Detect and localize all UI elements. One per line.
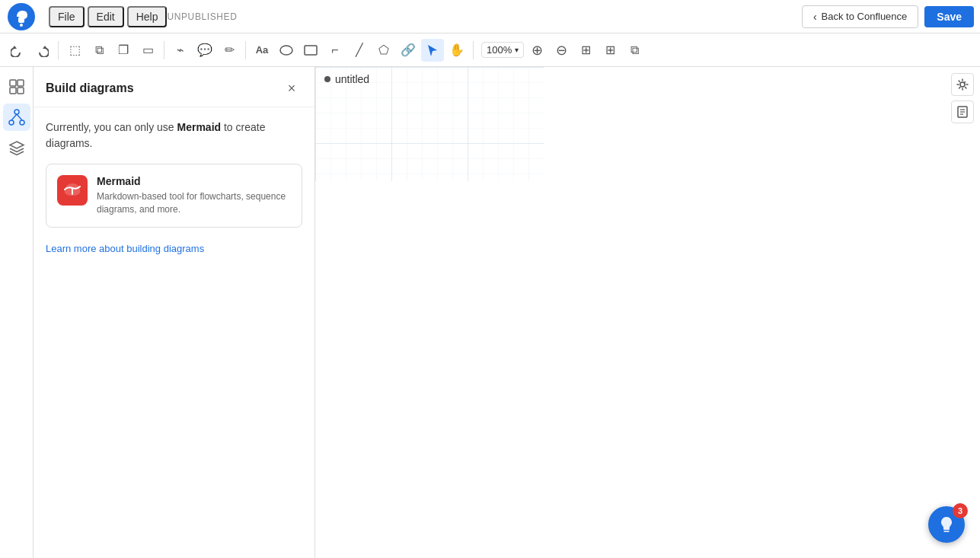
notification-count: 3 xyxy=(953,503,968,518)
chevron-left-icon: ‹ xyxy=(813,11,817,23)
panel-description: Currently, you can only use Mermaid to c… xyxy=(46,120,302,151)
svg-line-12 xyxy=(17,114,22,120)
connect-button[interactable]: ⌁ xyxy=(169,39,192,62)
diagrams-icon xyxy=(8,109,25,126)
sidebar-shapes-button[interactable] xyxy=(3,73,30,100)
mermaid-description: Markdown-based tool for flowcharts, sequ… xyxy=(97,190,291,216)
paste-style-button[interactable]: ❐ xyxy=(112,39,135,62)
frame-button[interactable]: ▭ xyxy=(136,39,159,62)
pencil-button[interactable]: ✏ xyxy=(218,39,241,62)
rectangle-button[interactable] xyxy=(299,39,322,62)
panel-body: Currently, you can only use Mermaid to c… xyxy=(34,107,314,558)
toolbar-separator-3 xyxy=(245,41,246,59)
nav-file[interactable]: File xyxy=(49,6,85,27)
nav-help[interactable]: Help xyxy=(127,6,168,27)
back-confluence-label: Back to Confluence xyxy=(822,11,908,22)
mermaid-info: Mermaid Markdown-based tool for flowchar… xyxy=(97,175,291,216)
page-settings-icon xyxy=(956,106,969,118)
gliffy-logo-icon xyxy=(6,2,37,32)
svg-point-10 xyxy=(20,120,24,125)
redo-button[interactable] xyxy=(30,39,53,62)
sidebar-layers-button[interactable] xyxy=(3,134,30,161)
hand-button[interactable]: ✋ xyxy=(445,39,468,62)
logo xyxy=(6,2,37,32)
panel-desc-bold: Mermaid xyxy=(177,121,222,133)
pointer-icon xyxy=(426,43,439,57)
page-settings-button[interactable] xyxy=(951,100,974,123)
svg-point-9 xyxy=(9,120,14,125)
panel-header: Build diagrams × xyxy=(34,67,314,107)
ellipse-icon xyxy=(279,45,293,56)
redo-icon xyxy=(35,43,49,57)
mermaid-card[interactable]: Mermaid Markdown-based tool for flowchar… xyxy=(46,164,302,228)
main-layout: Build diagrams × Currently, you can only… xyxy=(0,67,980,558)
svg-rect-5 xyxy=(18,80,24,86)
toolbar-separator-4 xyxy=(473,41,474,59)
title-dot-icon xyxy=(324,76,330,82)
mermaid-name: Mermaid xyxy=(97,175,291,187)
canvas-title-text: untitled xyxy=(335,73,369,85)
settings-button[interactable] xyxy=(951,73,974,96)
panel-close-button[interactable]: × xyxy=(281,78,302,99)
canvas-title: untitled xyxy=(324,73,369,85)
link-button[interactable]: 🔗 xyxy=(397,39,420,62)
toolbar-separator-1 xyxy=(58,41,59,59)
svg-rect-4 xyxy=(10,80,16,86)
panel-title: Build diagrams xyxy=(46,81,134,95)
mermaid-logo-icon xyxy=(62,182,83,199)
nav-menu: File Edit Help xyxy=(49,6,167,27)
canvas-area[interactable]: untitled 3 xyxy=(315,67,980,558)
close-icon: × xyxy=(288,81,296,97)
svg-rect-7 xyxy=(18,88,24,94)
undo-button[interactable] xyxy=(6,39,29,62)
connector-button[interactable]: ⌐ xyxy=(324,39,346,62)
panel: Build diagrams × Currently, you can only… xyxy=(34,67,315,558)
polygon-button[interactable]: ⬠ xyxy=(372,39,395,62)
copy-style-button[interactable]: ⧉ xyxy=(88,39,110,62)
zoom-out-button[interactable]: ⊖ xyxy=(550,39,573,62)
panel-desc-prefix: Currently, you can only use xyxy=(46,121,177,133)
callout-button[interactable]: 💬 xyxy=(193,39,216,62)
back-to-confluence-button[interactable]: ‹ Back to Confluence xyxy=(802,5,918,28)
zoom-control: 100% ▾ ⊕ ⊖ xyxy=(481,39,573,62)
right-controls xyxy=(951,73,974,123)
svg-point-8 xyxy=(14,110,19,114)
ellipse-button[interactable] xyxy=(275,39,298,62)
svg-rect-3 xyxy=(305,46,317,55)
left-sidebar xyxy=(0,67,34,558)
shapes-icon xyxy=(8,78,25,95)
nav-edit[interactable]: Edit xyxy=(88,6,124,27)
pointer-button[interactable] xyxy=(421,39,444,62)
select-region-button[interactable]: ⬚ xyxy=(63,39,86,62)
svg-point-2 xyxy=(280,46,292,55)
svg-point-1 xyxy=(20,24,23,27)
page-manager-button[interactable]: ⧉ xyxy=(623,39,646,62)
line-button[interactable]: ╱ xyxy=(348,39,371,62)
unpublished-status: UNPUBLISHED xyxy=(167,11,237,22)
sidebar-diagrams-button[interactable] xyxy=(3,104,30,131)
mermaid-icon xyxy=(57,175,88,206)
zoom-in-button[interactable]: ⊕ xyxy=(525,39,548,62)
zoom-display[interactable]: 100% ▾ xyxy=(481,42,524,58)
grid-toggle-button[interactable]: ⊞ xyxy=(599,39,621,62)
fit-page-button[interactable]: ⊞ xyxy=(574,39,597,62)
chevron-down-icon: ▾ xyxy=(515,46,519,54)
top-nav-bar: File Edit Help UNPUBLISHED ‹ Back to Con… xyxy=(0,0,980,33)
lightbulb-icon xyxy=(937,515,956,534)
zoom-value-label: 100% xyxy=(487,44,512,56)
toolbar-separator-2 xyxy=(164,41,164,59)
gear-icon xyxy=(956,78,969,91)
learn-more-link[interactable]: Learn more about building diagrams xyxy=(46,243,204,254)
text-button[interactable]: Aa xyxy=(251,39,273,62)
layers-icon xyxy=(8,139,25,156)
undo-icon xyxy=(11,43,24,57)
save-button[interactable]: Save xyxy=(924,6,974,27)
notification-badge[interactable]: 3 xyxy=(928,506,965,543)
svg-line-11 xyxy=(11,114,17,120)
svg-rect-6 xyxy=(10,88,16,94)
rectangle-icon xyxy=(304,45,318,56)
toolbar: ⬚ ⧉ ❐ ▭ ⌁ 💬 ✏ Aa ⌐ ╱ ⬠ 🔗 ✋ 100% ▾ ⊕ ⊖ ⊞ … xyxy=(0,33,980,67)
